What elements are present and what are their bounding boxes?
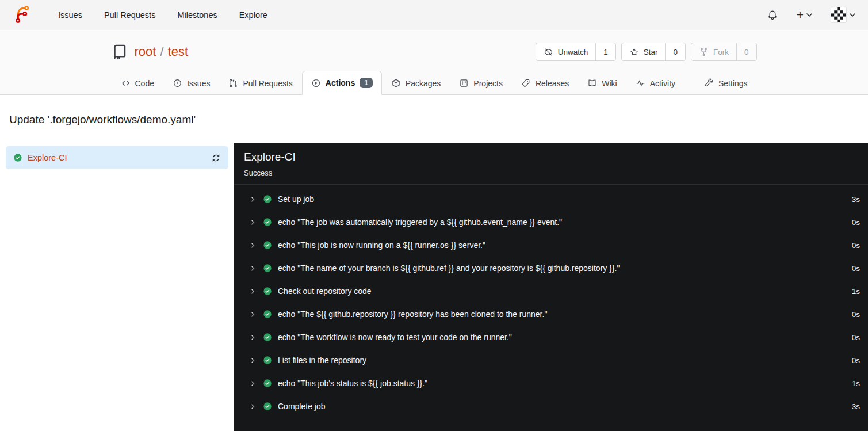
watch-count[interactable]: 1	[595, 43, 615, 60]
success-check-icon	[263, 218, 272, 227]
tab-activity[interactable]: Activity	[626, 71, 685, 95]
success-check-icon	[263, 356, 272, 365]
tab-label: Issues	[187, 79, 210, 88]
step-row[interactable]: echo "The ${{ github.repository }} repos…	[234, 303, 868, 326]
success-check-icon	[13, 153, 22, 162]
notifications-bell-icon[interactable]	[767, 9, 778, 21]
tab-settings[interactable]: Settings	[695, 71, 757, 95]
chevron-right-icon	[249, 357, 257, 364]
step-label: echo "This job's status is ${{ job.statu…	[278, 379, 427, 388]
step-row[interactable]: echo "The job was automatically triggere…	[234, 211, 868, 234]
tab-label: Wiki	[602, 79, 617, 88]
tab-label: Code	[135, 79, 154, 88]
chevron-down-icon	[806, 13, 812, 17]
fork-icon	[699, 47, 709, 57]
step-label: echo "The name of your branch is ${{ git…	[278, 264, 620, 273]
step-row[interactable]: echo "This job's status is ${{ job.statu…	[234, 372, 868, 395]
tag-icon	[521, 78, 531, 88]
step-row[interactable]: Check out repository code 1s	[234, 280, 868, 303]
issue-circle-icon	[173, 78, 182, 88]
step-row[interactable]: Set up job 3s	[234, 188, 868, 211]
tab-label: Pull Requests	[243, 79, 292, 88]
avatar	[831, 7, 847, 23]
chevron-right-icon	[249, 219, 257, 226]
step-label: echo "The workflow is now ready to test …	[278, 333, 512, 342]
success-check-icon	[263, 287, 272, 296]
star-label: Star	[644, 48, 658, 56]
forgejo-logo-icon[interactable]	[13, 5, 32, 25]
nav-milestones[interactable]: Milestones	[166, 0, 228, 30]
step-row[interactable]: echo "This job is now running on a ${{ r…	[234, 234, 868, 257]
nav-pull-requests[interactable]: Pull Requests	[93, 0, 166, 30]
step-label: Complete job	[278, 402, 326, 411]
tab-projects[interactable]: Projects	[450, 71, 512, 95]
repository-icon	[112, 43, 129, 60]
eye-slash-icon	[544, 47, 553, 57]
success-check-icon	[263, 402, 272, 411]
chevron-down-icon	[850, 13, 855, 17]
success-check-icon	[263, 333, 272, 342]
step-duration: 1s	[852, 287, 860, 296]
job-name: Explore-CI	[28, 153, 67, 162]
tab-code[interactable]: Code	[112, 71, 163, 95]
plus-icon: +	[797, 9, 804, 21]
step-duration: 0s	[852, 241, 860, 250]
tab-label: Projects	[473, 79, 503, 88]
job-item-explore-ci[interactable]: Explore-CI	[6, 146, 228, 169]
unwatch-label: Unwatch	[558, 48, 588, 56]
star-icon	[629, 47, 639, 57]
tab-label: Packages	[406, 79, 441, 88]
chevron-right-icon	[249, 288, 257, 295]
tab-pull-requests[interactable]: Pull Requests	[219, 71, 301, 95]
step-duration: 3s	[852, 402, 860, 411]
nav-issues[interactable]: Issues	[47, 0, 93, 30]
success-check-icon	[263, 264, 272, 273]
user-menu-dropdown[interactable]	[831, 7, 855, 23]
tab-wiki[interactable]: Wiki	[578, 71, 626, 95]
step-row[interactable]: List files in the repository 0s	[234, 349, 868, 372]
nav-explore[interactable]: Explore	[228, 0, 278, 30]
step-label: Check out repository code	[278, 287, 372, 296]
tab-actions[interactable]: Actions 1	[302, 71, 382, 95]
job-title: Explore-CI	[244, 151, 858, 163]
book-icon	[587, 78, 597, 88]
success-check-icon	[263, 379, 272, 388]
create-new-dropdown[interactable]: +	[797, 10, 812, 21]
code-icon	[121, 78, 131, 88]
job-status: Success	[244, 169, 858, 177]
repo-owner-link[interactable]: root	[135, 44, 156, 59]
project-board-icon	[459, 78, 469, 88]
top-navbar: Issues Pull Requests Milestones Explore …	[0, 0, 868, 30]
navbar-right: +	[767, 7, 855, 23]
step-label: echo "The ${{ github.repository }} repos…	[278, 310, 547, 319]
workflow-run-view: Explore-CI Explore-CI Success Set up job…	[0, 143, 868, 431]
step-duration: 0s	[852, 264, 860, 273]
step-row[interactable]: echo "The name of your branch is ${{ git…	[234, 257, 868, 280]
actions-count-badge: 1	[360, 78, 373, 88]
repo-name-link[interactable]: test	[168, 44, 188, 59]
step-row[interactable]: Complete job 3s	[234, 395, 868, 418]
success-check-icon	[263, 241, 272, 250]
step-duration: 0s	[852, 333, 860, 342]
fork-label: Fork	[713, 48, 729, 56]
workflow-run-title: Update '.forgejo/workflows/demo.yaml'	[0, 102, 868, 136]
tools-icon	[704, 78, 714, 88]
step-row[interactable]: echo "The workflow is now ready to test …	[234, 326, 868, 349]
step-duration: 3s	[852, 195, 860, 204]
tab-issues[interactable]: Issues	[163, 71, 219, 95]
repo-name: root / test	[135, 44, 189, 59]
tab-packages[interactable]: Packages	[382, 71, 450, 95]
job-log-header: Explore-CI Success	[234, 143, 868, 185]
success-check-icon	[263, 194, 272, 204]
refresh-icon[interactable]	[211, 153, 221, 163]
step-label: echo "The job was automatically triggere…	[278, 218, 562, 227]
step-duration: 0s	[852, 356, 860, 365]
repo-separator: /	[160, 44, 163, 59]
star-button[interactable]: Star 0	[621, 43, 686, 61]
tab-label: Releases	[536, 79, 569, 88]
jobs-sidebar: Explore-CI	[0, 143, 234, 431]
tab-label: Activity	[650, 79, 675, 88]
tab-releases[interactable]: Releases	[512, 71, 578, 95]
star-count[interactable]: 0	[665, 43, 685, 60]
unwatch-button[interactable]: Unwatch 1	[536, 43, 616, 61]
